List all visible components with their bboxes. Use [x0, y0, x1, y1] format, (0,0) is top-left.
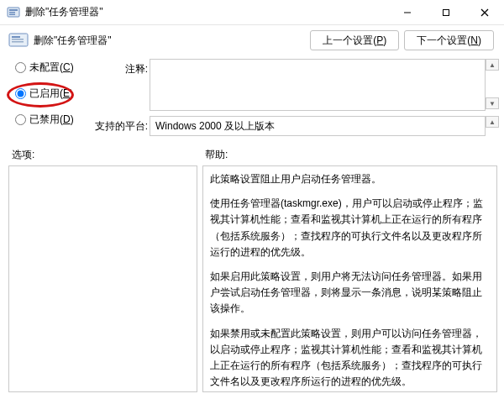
platform-value: Windows 2000 及以上版本	[150, 116, 486, 136]
section-labels: 选项: 帮助:	[0, 136, 504, 165]
platform-label: 支持的平台:	[91, 116, 150, 134]
comment-spin-down[interactable]: ▼	[486, 97, 499, 109]
svg-rect-1	[9, 9, 18, 11]
options-pane[interactable]	[8, 165, 197, 392]
help-paragraph: 如果禁用或未配置此策略设置，则用户可以访问任务管理器，以启动或停止程序；监视其计…	[210, 326, 490, 391]
window-buttons	[388, 0, 504, 25]
svg-rect-5	[444, 9, 449, 15]
svg-rect-11	[12, 41, 24, 43]
policy-icon	[7, 6, 20, 19]
comment-spin-up[interactable]: ▲	[486, 59, 499, 71]
radio-disabled-input[interactable]	[15, 114, 26, 125]
help-label: 帮助:	[205, 148, 228, 162]
next-setting-button[interactable]: 下一个设置(N)	[404, 30, 494, 50]
close-button[interactable]	[465, 0, 504, 25]
platform-spin-up[interactable]: ▲	[486, 116, 499, 128]
radio-enabled[interactable]: 已启用(E)	[15, 87, 109, 101]
comment-input[interactable]	[150, 59, 486, 111]
help-pane[interactable]: 此策略设置阻止用户启动任务管理器。 使用任务管理器(taskmgr.exe)，用…	[202, 165, 497, 392]
svg-rect-2	[9, 12, 15, 13]
titlebar: 删除"任务管理器"	[0, 0, 504, 25]
comment-label: 注释:	[109, 59, 150, 76]
radio-enabled-input[interactable]	[15, 88, 26, 99]
svg-rect-10	[12, 39, 24, 40]
policy-header: 删除"任务管理器" 上一个设置(P) 下一个设置(N)	[0, 25, 504, 59]
svg-rect-3	[9, 13, 15, 15]
svg-rect-9	[12, 36, 20, 38]
previous-setting-button[interactable]: 上一个设置(P)	[310, 30, 399, 50]
policy-header-icon	[8, 32, 29, 49]
radio-not-configured-input[interactable]	[15, 62, 26, 73]
maximize-button[interactable]	[427, 0, 465, 25]
options-label: 选项:	[12, 148, 205, 162]
window-title: 删除"任务管理器"	[25, 5, 388, 19]
help-paragraph: 此策略设置阻止用户启动任务管理器。	[210, 171, 490, 187]
policy-title: 删除"任务管理器"	[34, 34, 310, 48]
minimize-button[interactable]	[388, 0, 427, 25]
radio-not-configured[interactable]: 未配置(C)	[15, 60, 109, 75]
help-paragraph: 如果启用此策略设置，则用户将无法访问任务管理器。如果用户尝试启动任务管理器，则将…	[210, 269, 490, 318]
help-paragraph: 使用任务管理器(taskmgr.exe)，用户可以启动或停止程序；监视其计算机性…	[210, 196, 490, 260]
